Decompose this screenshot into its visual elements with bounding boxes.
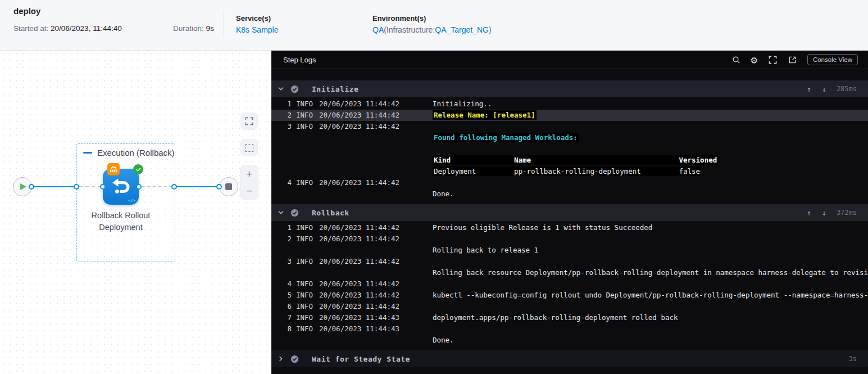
log-timestamp: 20/06/2023 11:44:42 (319, 177, 433, 188)
execution-group-label: Execution (Rollback) (97, 148, 175, 157)
log-level: INFO (292, 233, 319, 245)
log-section: Wait for Steady State3s (271, 350, 868, 367)
log-line-number (271, 155, 292, 166)
log-line: 6INFO20/06/2023 11:44:42 (271, 301, 868, 312)
log-line: 8INFO20/06/2023 11:44:43 (271, 323, 868, 335)
log-message: Deployment pp-rollback-rolling-deploymen… (433, 166, 868, 177)
environments-block: Environment(s) QA(Infrastructure:QA_Targ… (372, 14, 492, 34)
log-line: 7INFO20/06/2023 11:44:43deployment.apps/… (271, 312, 868, 323)
log-line: 3INFO20/06/2023 11:44:42 (271, 256, 868, 267)
log-timestamp (319, 155, 433, 166)
log-settings-button[interactable]: ⚙ (746, 55, 762, 65)
log-section-header[interactable]: Initialize↑↓285ms (271, 80, 868, 97)
log-message: Done. (433, 188, 868, 200)
stop-icon (225, 183, 232, 190)
log-level: INFO (292, 256, 319, 267)
pipeline-title: deploy (13, 6, 40, 16)
log-level (292, 132, 319, 143)
log-line: 3INFO20/06/2023 11:44:42 (271, 121, 868, 132)
log-line-number: 2 (271, 110, 292, 121)
zoom-out-button[interactable]: − (246, 186, 252, 196)
log-timestamp (319, 245, 433, 256)
log-timestamp: 20/06/2023 11:44:42 (319, 290, 433, 301)
log-line: 1INFO20/06/2023 11:44:42Initializing.. (271, 98, 868, 110)
edge-connector (100, 184, 106, 190)
log-line: Done. (271, 188, 868, 200)
step-node-label: Rollback Rollout Deployment (78, 210, 163, 233)
fullscreen-icon (245, 117, 253, 125)
log-message: Done. (433, 335, 868, 346)
log-section-header[interactable]: Wait for Steady State3s (271, 350, 868, 367)
log-level (292, 155, 319, 166)
service-link[interactable]: K8s Sample (236, 25, 278, 34)
log-timestamp (319, 143, 433, 155)
scroll-up-icon[interactable]: ↑ (807, 85, 811, 93)
section-success-icon (290, 85, 299, 93)
chevron-down-icon[interactable] (278, 85, 284, 92)
edge-group-to-end (176, 186, 218, 187)
log-section: Initialize↑↓285ms1INFO20/06/2023 11:44:4… (271, 80, 868, 201)
execution-group-header[interactable]: Execution (Rollback) (83, 148, 175, 157)
log-level: INFO (292, 121, 319, 132)
started-at: Started at: 20/06/2023, 11:44:40 (13, 24, 122, 33)
canvas-select-button[interactable] (240, 139, 258, 156)
log-timestamp: 20/06/2023 11:44:42 (319, 256, 433, 267)
chevron-right-icon[interactable] (278, 355, 284, 362)
log-toolbar: Step Logs ⚙ Console View (271, 51, 868, 69)
log-section-header[interactable]: Rollback↑↓372ms (271, 204, 868, 221)
started-at-value: 20/06/2023, 11:44:40 (51, 24, 122, 33)
log-timestamp (319, 267, 433, 278)
scroll-down-icon[interactable]: ↓ (822, 209, 826, 217)
edge-connector (171, 184, 177, 190)
log-message: Kind Name Versioned (433, 155, 868, 166)
log-level: INFO (292, 98, 319, 110)
log-level: INFO (292, 177, 319, 188)
scroll-down-icon[interactable]: ↓ (822, 85, 826, 93)
log-line-number (271, 267, 292, 278)
pipeline-graph-canvas[interactable]: Execution (Rollback) (0, 51, 271, 374)
log-timestamp: 20/06/2023 11:44:43 (319, 323, 433, 335)
collapse-group-icon[interactable] (83, 152, 92, 154)
open-in-new-button[interactable] (783, 56, 802, 64)
environment-link[interactable]: QA(Infrastructure:QA_Target_NG) (372, 25, 492, 34)
section-duration: 285ms (835, 85, 857, 93)
log-line: 4INFO20/06/2023 11:44:42 (271, 278, 868, 290)
log-sections: Initialize↑↓285ms1INFO20/06/2023 11:44:4… (271, 69, 868, 367)
edge-connector (216, 184, 222, 190)
log-line-number: 2 (271, 233, 292, 245)
section-nav: ↑↓ (807, 85, 826, 93)
chevron-down-icon[interactable] (278, 209, 284, 216)
log-level (292, 335, 319, 346)
log-fullscreen-button[interactable] (762, 56, 783, 64)
log-line-number (271, 245, 292, 256)
log-timestamp: 20/06/2023 11:44:42 (319, 233, 433, 245)
zoom-in-button[interactable]: + (246, 169, 252, 179)
section-title: Wait for Steady State (312, 355, 835, 363)
log-timestamp (319, 166, 433, 177)
scroll-up-icon[interactable]: ↑ (807, 209, 811, 217)
log-line-number: 4 (271, 278, 292, 290)
rollback-step-node[interactable]: </> (103, 169, 139, 205)
log-message (433, 233, 868, 245)
log-search-button[interactable] (727, 56, 746, 64)
log-message: Release Name: [release1] (433, 110, 868, 121)
log-level: INFO (292, 110, 319, 121)
log-level (292, 267, 319, 278)
log-level: INFO (292, 323, 319, 335)
log-line: Found following Managed Workloads: (271, 132, 868, 143)
log-line: 2INFO20/06/2023 11:44:42Release Name: [r… (271, 110, 868, 121)
log-level: INFO (292, 301, 319, 312)
log-message: deployment.apps/pp-rollback-rolling-depl… (433, 312, 868, 323)
log-line: Rolling back to release 1 (271, 245, 868, 256)
execution-header: deploy Started at: 20/06/2023, 11:44:40 … (0, 0, 868, 51)
log-level: INFO (292, 290, 319, 301)
log-line-number: 7 (271, 312, 292, 323)
log-line-number: 8 (271, 323, 292, 335)
log-level (292, 166, 319, 177)
search-icon (732, 56, 740, 64)
log-timestamp (319, 335, 433, 346)
console-view-button[interactable]: Console View (807, 54, 858, 65)
canvas-fullscreen-button[interactable] (240, 112, 258, 130)
log-line-number (271, 166, 292, 177)
log-level: INFO (292, 222, 319, 233)
